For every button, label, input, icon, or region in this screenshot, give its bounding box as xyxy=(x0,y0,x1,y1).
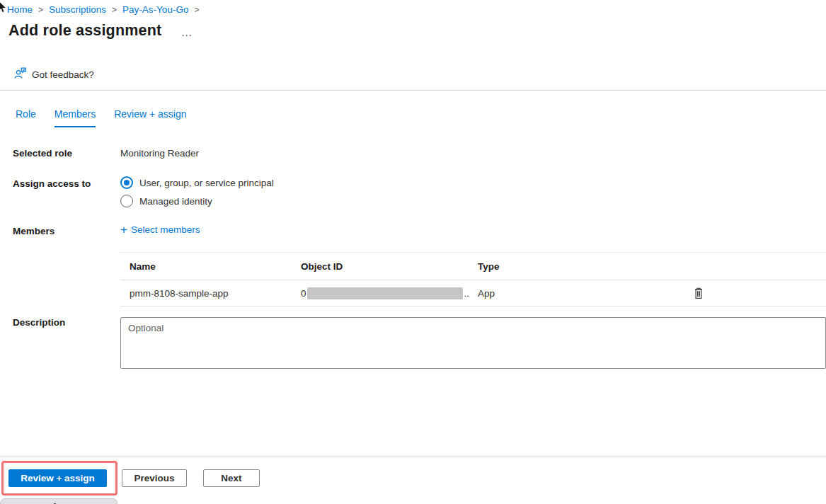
radio-user-group-service-principal[interactable]: User, group, or service principal xyxy=(120,176,274,189)
table-row: pmm-8108-sample-app 0 .. App xyxy=(120,280,826,307)
object-id-redaction-box xyxy=(307,287,463,299)
footer-divider xyxy=(0,457,826,457)
column-header-name: Name xyxy=(120,261,301,272)
description-label: Description xyxy=(13,317,65,328)
review-assign-button[interactable]: Review + assign xyxy=(8,469,107,487)
delete-member-button[interactable] xyxy=(694,287,704,299)
breadcrumb-separator: > xyxy=(112,5,117,15)
tab-review-assign[interactable]: Review + assign xyxy=(114,108,186,127)
object-id-prefix: 0 xyxy=(301,288,306,299)
tab-members[interactable]: Members xyxy=(55,108,96,127)
title-row: Add role assignment ... xyxy=(8,22,193,40)
members-label: Members xyxy=(13,226,55,236)
mouse-cursor-icon xyxy=(0,1,8,16)
breadcrumb-separator: > xyxy=(38,5,43,15)
radio-label: User, group, or service principal xyxy=(139,178,274,188)
object-id-suffix: .. xyxy=(464,288,470,299)
page-title: Add role assignment xyxy=(8,22,161,40)
breadcrumb-pay-as-you-go[interactable]: Pay-As-You-Go xyxy=(122,4,188,15)
column-header-object-id: Object ID xyxy=(301,261,478,272)
select-members-link[interactable]: + Select members xyxy=(120,224,200,235)
got-feedback-button[interactable]: Got feedback? xyxy=(14,67,94,81)
trash-icon xyxy=(694,287,704,299)
radio-selected-icon xyxy=(120,176,133,189)
breadcrumb-separator: > xyxy=(194,5,199,15)
column-header-type: Type xyxy=(478,261,653,272)
selected-role-value: Monitoring Reader xyxy=(120,148,199,159)
table-header-row: Name Object ID Type xyxy=(120,253,826,280)
selected-role-label: Selected role xyxy=(13,148,72,159)
select-members-label: Select members xyxy=(131,224,200,235)
assign-access-to-label: Assign access to xyxy=(13,178,91,189)
radio-label: Managed identity xyxy=(139,196,212,207)
feedback-label: Got feedback? xyxy=(32,69,94,80)
next-button[interactable]: Next xyxy=(203,469,260,487)
breadcrumb: Home > Subscriptions > Pay-As-You-Go > xyxy=(7,4,205,15)
radio-unselected-icon xyxy=(120,195,133,207)
tab-bar: Role Members Review + assign xyxy=(16,108,186,127)
more-options-button[interactable]: ... xyxy=(181,26,193,36)
add-role-assignment-page: Home > Subscriptions > Pay-As-You-Go > A… xyxy=(0,0,826,504)
members-table: Name Object ID Type pmm-8108-sample-app … xyxy=(120,252,826,307)
tab-role[interactable]: Role xyxy=(16,108,36,127)
divider xyxy=(0,90,826,91)
member-type-cell: App xyxy=(478,288,653,299)
plus-icon: + xyxy=(120,225,127,235)
cutoff-bottom-element xyxy=(0,498,117,504)
member-name-cell: pmm-8108-sample-app xyxy=(120,288,301,299)
description-textarea[interactable] xyxy=(120,317,826,369)
previous-button[interactable]: Previous xyxy=(122,469,187,487)
breadcrumb-home[interactable]: Home xyxy=(7,4,33,15)
feedback-person-icon xyxy=(14,67,27,81)
breadcrumb-subscriptions[interactable]: Subscriptions xyxy=(49,4,106,15)
member-object-id-cell: 0 .. xyxy=(301,287,478,299)
radio-managed-identity[interactable]: Managed identity xyxy=(120,195,212,207)
